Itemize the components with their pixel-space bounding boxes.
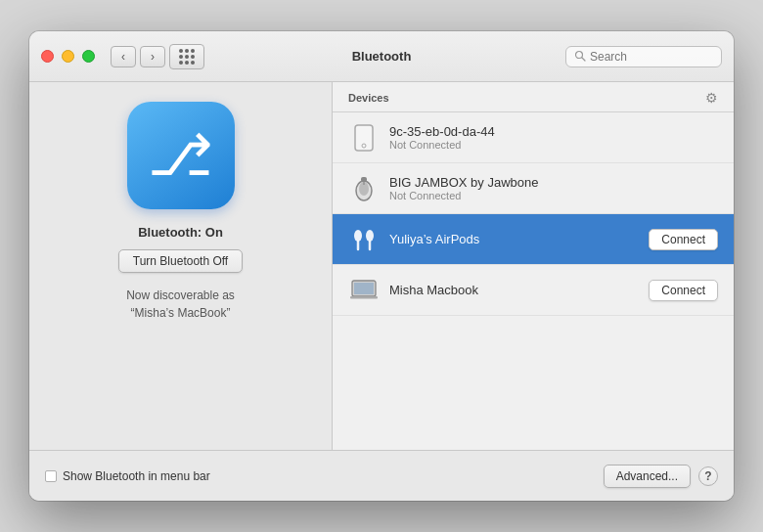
svg-point-0	[576, 51, 583, 58]
titlebar: ‹ › Bluetooth	[29, 31, 734, 82]
discoverable-line1: Now discoverable as	[126, 288, 235, 302]
content-area: ⎇ Bluetooth: On Turn Bluetooth Off Now d…	[29, 82, 734, 450]
device-status-2: Not Connected	[389, 190, 718, 201]
device-status-1: Not Connected	[389, 139, 718, 151]
footer: Show Bluetooth in menu bar Advanced... ?	[29, 450, 734, 501]
maximize-button[interactable]	[82, 50, 95, 63]
grid-icon	[179, 49, 195, 65]
svg-rect-14	[350, 296, 378, 299]
help-button[interactable]: ?	[698, 466, 718, 486]
devices-label: Devices	[348, 92, 389, 104]
device-info-3: Yuliya’s AirPods	[389, 232, 649, 246]
table-row[interactable]: Yuliya’s AirPods Connect	[333, 214, 734, 265]
bluetooth-symbol: ⎇	[148, 127, 213, 184]
discoverable-device-name: “Misha’s MacBook”	[131, 306, 231, 320]
table-row: BIG JAMBOX by Jawbone Not Connected	[333, 163, 734, 214]
sidebar: ⎇ Bluetooth: On Turn Bluetooth Off Now d…	[29, 82, 333, 450]
svg-rect-2	[355, 125, 373, 151]
device-icon-3	[348, 224, 380, 255]
device-icon-4	[348, 275, 380, 306]
device-name-4: Misha Macbook	[389, 283, 649, 297]
connect-button-macbook[interactable]: Connect	[649, 280, 718, 301]
checkbox-input[interactable]	[45, 470, 57, 482]
device-icon-2	[348, 173, 380, 204]
footer-right: Advanced... ?	[604, 465, 718, 488]
back-button[interactable]: ‹	[111, 46, 136, 67]
device-info-2: BIG JAMBOX by Jawbone Not Connected	[389, 175, 718, 201]
device-info-1: 9c-35-eb-0d-da-44 Not Connected	[389, 124, 718, 151]
table-row: 9c-35-eb-0d-da-44 Not Connected	[333, 112, 734, 163]
traffic-lights	[41, 50, 95, 63]
main-panel: Devices ⚙ 9c-35-eb-0d-da-44 Not Connecte…	[333, 82, 734, 450]
svg-line-1	[582, 58, 585, 61]
discoverable-text: Now discoverable as “Misha’s MacBook”	[126, 287, 235, 322]
toggle-bluetooth-button[interactable]: Turn Bluetooth Off	[118, 249, 243, 273]
main-window: ‹ › Bluetooth ⎇	[29, 31, 734, 501]
device-name-2: BIG JAMBOX by Jawbone	[389, 175, 718, 190]
close-button[interactable]	[41, 50, 54, 63]
svg-rect-6	[361, 177, 367, 182]
nav-buttons: ‹ ›	[111, 46, 165, 67]
devices-header: Devices ⚙	[333, 82, 734, 112]
devices-list: 9c-35-eb-0d-da-44 Not Connected	[333, 112, 734, 450]
forward-button[interactable]: ›	[140, 46, 165, 67]
app-grid-button[interactable]	[169, 44, 204, 69]
search-icon	[574, 50, 586, 64]
device-info-4: Misha Macbook	[389, 283, 649, 297]
svg-point-10	[366, 230, 374, 242]
device-name-1: 9c-35-eb-0d-da-44	[389, 124, 718, 139]
advanced-button[interactable]: Advanced...	[604, 465, 691, 488]
search-box[interactable]	[565, 46, 722, 67]
show-bluetooth-checkbox[interactable]: Show Bluetooth in menu bar	[45, 469, 210, 483]
show-bluetooth-label: Show Bluetooth in menu bar	[63, 469, 210, 483]
svg-point-8	[354, 230, 362, 242]
minimize-button[interactable]	[62, 50, 74, 63]
device-name-3: Yuliya’s AirPods	[389, 232, 649, 246]
search-input[interactable]	[590, 50, 713, 64]
bluetooth-status: Bluetooth: On	[138, 225, 223, 240]
window-title: Bluetooth	[352, 49, 412, 64]
bluetooth-icon-container: ⎇	[127, 102, 235, 209]
device-icon-1	[348, 122, 380, 154]
table-row: Misha Macbook Connect	[333, 265, 734, 316]
gear-icon[interactable]: ⚙	[705, 90, 718, 106]
connect-button-airpods[interactable]: Connect	[649, 229, 718, 250]
svg-rect-13	[354, 283, 374, 294]
